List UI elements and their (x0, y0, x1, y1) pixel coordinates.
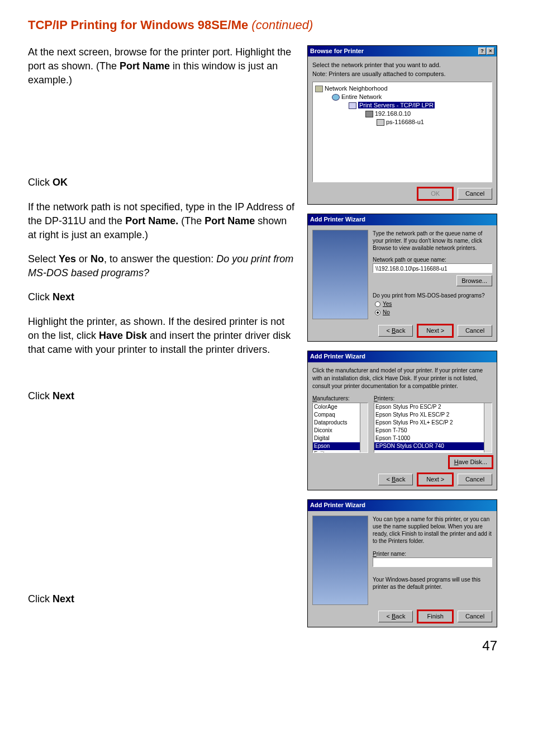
cancel-button[interactable]: Cancel (458, 325, 492, 337)
scrollbar[interactable] (360, 403, 368, 452)
radio-icon (375, 310, 380, 315)
instruction-p1: At the next screen, browse for the print… (28, 45, 296, 88)
wizard-image (312, 516, 368, 605)
back-button[interactable]: < Back (378, 474, 413, 485)
scrollbar[interactable] (484, 403, 492, 452)
tree-node-network[interactable]: Network Neighborhood (315, 84, 489, 93)
wizard-text: Type the network path or the queue name … (373, 230, 492, 252)
globe-icon (332, 94, 340, 101)
dialog-text: Select the network printer that you want… (312, 61, 492, 69)
titlebar-text: Add Printer Wizard (310, 501, 365, 509)
page-title: TCP/IP Printing for Windows 98SE/Me (con… (28, 17, 505, 34)
titlebar[interactable]: Add Printer Wizard (308, 500, 497, 511)
printers-list[interactable]: Epson Stylus Pro ESC/P 2 Epson Stylus Pr… (374, 403, 492, 453)
cancel-button[interactable]: Cancel (458, 188, 492, 200)
add-printer-wizard-model-dialog: Add Printer Wizard Click the manufacture… (307, 351, 497, 490)
add-printer-wizard-path-dialog: Add Printer Wizard Type the network path… (307, 214, 497, 342)
close-icon[interactable]: × (487, 48, 494, 55)
list-item-selected[interactable]: EPSON Stylus COLOR 740 (374, 442, 484, 450)
title-continued: (continued) (251, 18, 313, 32)
path-label: Network path or queue name: (373, 256, 492, 263)
radio-icon (375, 301, 380, 307)
next-button[interactable]: Next > (418, 325, 453, 337)
printer-name-input[interactable]: EPSON Stylus COLOR 740 (373, 557, 492, 567)
server-icon (349, 102, 356, 109)
manufacturers-list[interactable]: ColorAge Compaq Dataproducts Diconix Dig… (312, 403, 368, 453)
default-printer-text: Your Windows-based programs will use thi… (373, 576, 492, 590)
radio-no[interactable]: No (375, 309, 492, 316)
printers-label: Printers: (374, 395, 492, 403)
tree-node-ip[interactable]: 192.168.0.10 (365, 110, 489, 118)
titlebar-text: Add Printer Wizard (310, 215, 365, 224)
list-item[interactable]: Digital (313, 434, 360, 442)
wizard-text: You can type a name for this printer, or… (373, 516, 492, 545)
list-item[interactable]: Epson T-1000 (374, 434, 484, 442)
titlebar[interactable]: Add Printer Wizard (308, 351, 497, 362)
network-icon (315, 86, 323, 92)
instruction-click-next-2: Click Next (28, 389, 296, 403)
list-item[interactable]: ColorAge (313, 403, 360, 411)
list-item-selected[interactable]: Epson (313, 442, 360, 450)
titlebar[interactable]: Browse for Printer ? × (308, 46, 497, 56)
have-disk-button[interactable]: Have Disk... (449, 456, 492, 468)
dialog-text-note: Note: Printers are usually attached to c… (312, 70, 492, 78)
instruction-click-next-1: Click Next (28, 290, 296, 304)
msdos-question: Do you print from MS-DOS-based programs? (373, 292, 492, 299)
list-item[interactable]: Dataproducts (313, 419, 360, 427)
next-button[interactable]: Next > (418, 474, 453, 485)
back-button[interactable]: < Back (378, 325, 413, 337)
instruction-click-ok: Click OK (28, 176, 296, 190)
add-printer-wizard-name-dialog: Add Printer Wizard You can type a name f… (307, 499, 497, 627)
printer-icon (377, 119, 384, 126)
cancel-button[interactable]: Cancel (458, 474, 492, 485)
printer-name-label: Printer name: (373, 550, 492, 557)
computer-icon (365, 111, 373, 117)
tree-node-print-servers[interactable]: Print Servers - TCP/IP LPR (349, 101, 489, 110)
browse-for-printer-dialog: Browse for Printer ? × Select the networ… (307, 45, 497, 205)
screenshots-column: Browse for Printer ? × Select the networ… (307, 45, 497, 655)
back-button[interactable]: < Back (378, 611, 413, 622)
list-item[interactable]: Epson T-750 (374, 427, 484, 434)
finish-button[interactable]: Finish (418, 611, 453, 622)
network-tree[interactable]: Network Neighborhood Entire Network Prin… (312, 82, 492, 182)
list-item[interactable]: Diconix (313, 427, 360, 434)
titlebar-text: Browse for Printer (310, 47, 364, 55)
list-item[interactable]: Epson Stylus Pro ESC/P 2 (374, 403, 484, 411)
radio-yes[interactable]: Yes (375, 300, 492, 308)
wizard-text: Click the manufacturer and model of your… (312, 367, 492, 390)
help-icon[interactable]: ? (478, 48, 486, 55)
manufacturers-label: Manufacturers: (312, 395, 368, 403)
list-item[interactable]: Epson Stylus Pro XL+ ESC/P 2 (374, 419, 484, 427)
title-text: TCP/IP Printing for Windows 98SE/Me (28, 18, 248, 32)
list-item[interactable]: Epson Stylus Pro XL ESC/P 2 (374, 411, 484, 419)
tree-node-printer[interactable]: ps-116688-u1 (377, 118, 489, 126)
instruction-p6: Highlight the printer, as shown. If the … (28, 315, 296, 357)
page-number: 47 (307, 636, 497, 655)
instruction-p3: If the network path is not specified, ty… (28, 200, 296, 243)
instruction-p4: Select Yes or No, to answer the question… (28, 252, 296, 280)
titlebar[interactable]: Add Printer Wizard (308, 214, 497, 225)
list-item[interactable]: Compaq (313, 411, 360, 419)
browse-button[interactable]: Browse... (456, 275, 492, 286)
network-path-input[interactable]: \\192.168.0.10\ps-116688-u1 (373, 263, 492, 273)
ok-button[interactable]: OK (418, 188, 453, 200)
instructions-column: At the next screen, browse for the print… (28, 45, 296, 655)
cancel-button[interactable]: Cancel (458, 611, 492, 622)
wizard-image (312, 230, 368, 319)
tree-node-entire-network[interactable]: Entire Network (332, 93, 489, 101)
instruction-click-next-3: Click Next (28, 592, 296, 606)
list-item[interactable]: Fujitsu (313, 450, 360, 453)
titlebar-text: Add Printer Wizard (310, 352, 365, 361)
